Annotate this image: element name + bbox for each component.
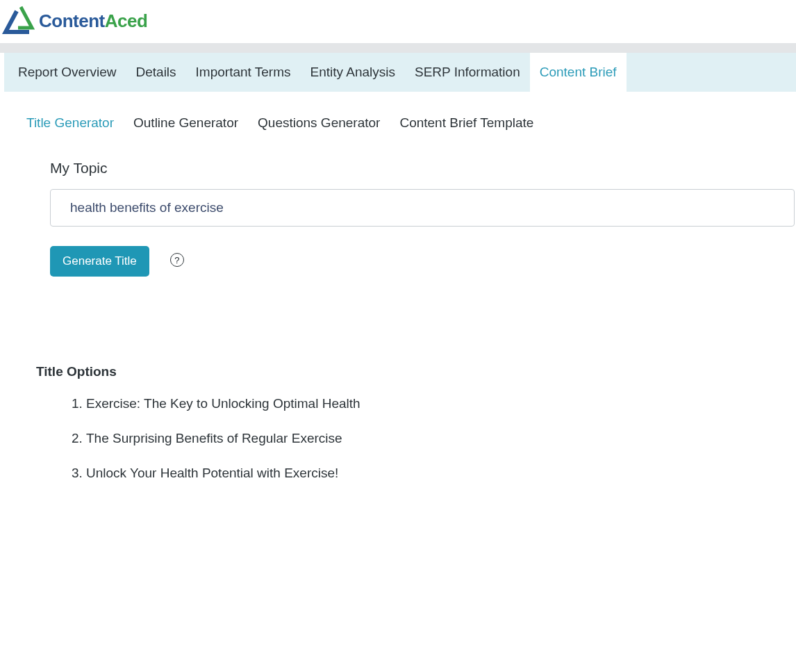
brand-name: ContentAced <box>39 10 147 32</box>
main-tabs: Report Overview Details Important Terms … <box>0 53 796 92</box>
title-option-item: Exercise: The Key to Unlocking Optimal H… <box>86 396 796 411</box>
content-area: My Topic Generate Title ? Title Options … <box>0 131 796 481</box>
brand-name-part1: Content <box>39 10 105 31</box>
tab-details[interactable]: Details <box>126 53 186 92</box>
tab-important-terms[interactable]: Important Terms <box>186 53 301 92</box>
header-bar: ContentAced <box>0 0 796 43</box>
subtab-title-generator[interactable]: Title Generator <box>26 115 114 131</box>
title-option-item: The Surprising Benefits of Regular Exerc… <box>86 431 796 446</box>
logo-mark-icon <box>1 4 35 38</box>
topic-input[interactable] <box>50 189 795 227</box>
subtab-content-brief-template[interactable]: Content Brief Template <box>399 115 533 131</box>
subtab-questions-generator[interactable]: Questions Generator <box>258 115 380 131</box>
help-icon[interactable]: ? <box>170 253 184 267</box>
title-option-item: Unlock Your Health Potential with Exerci… <box>86 466 796 481</box>
tab-serp-information[interactable]: SERP Information <box>405 53 530 92</box>
topic-label: My Topic <box>50 160 796 177</box>
brand-name-part2: Aced <box>105 10 148 31</box>
tab-entity-analysis[interactable]: Entity Analysis <box>301 53 406 92</box>
brand-logo: ContentAced <box>0 4 796 38</box>
subtab-outline-generator[interactable]: Outline Generator <box>133 115 238 131</box>
tab-content-brief[interactable]: Content Brief <box>530 53 627 92</box>
divider-bar <box>0 43 796 53</box>
tab-report-overview[interactable]: Report Overview <box>8 53 126 92</box>
action-row: Generate Title ? <box>50 246 796 277</box>
title-options-list: Exercise: The Key to Unlocking Optimal H… <box>86 396 796 481</box>
sub-tabs: Title Generator Outline Generator Questi… <box>0 92 796 131</box>
generate-title-button[interactable]: Generate Title <box>50 246 149 277</box>
title-options-heading: Title Options <box>36 364 796 379</box>
